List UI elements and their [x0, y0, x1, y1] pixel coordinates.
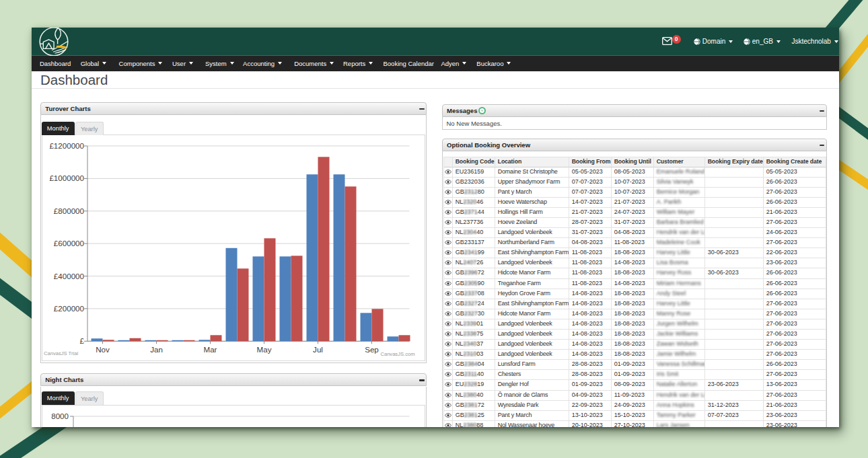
svg-text:£600000: £600000 [53, 239, 83, 247]
svg-text:£200000: £200000 [53, 304, 83, 313]
svg-text:£1200000: £1200000 [49, 141, 84, 150]
svg-text:£: £ [79, 336, 84, 345]
svg-text:Jul: Jul [313, 345, 323, 354]
svg-text:Jan: Jan [150, 345, 163, 354]
svg-text:May: May [256, 345, 271, 354]
svg-text:Mar: Mar [203, 345, 217, 354]
svg-text:Sep: Sep [365, 345, 379, 354]
svg-text:Nov: Nov [96, 345, 110, 354]
svg-text:CanvasJS.com: CanvasJS.com [380, 351, 414, 357]
svg-text:£400000: £400000 [53, 272, 83, 280]
svg-text:£1000000: £1000000 [49, 174, 84, 182]
svg-text:8000: 8000 [51, 412, 69, 420]
svg-text:CanvasJS Trial: CanvasJS Trial [44, 350, 78, 356]
svg-text:£800000: £800000 [53, 206, 83, 215]
